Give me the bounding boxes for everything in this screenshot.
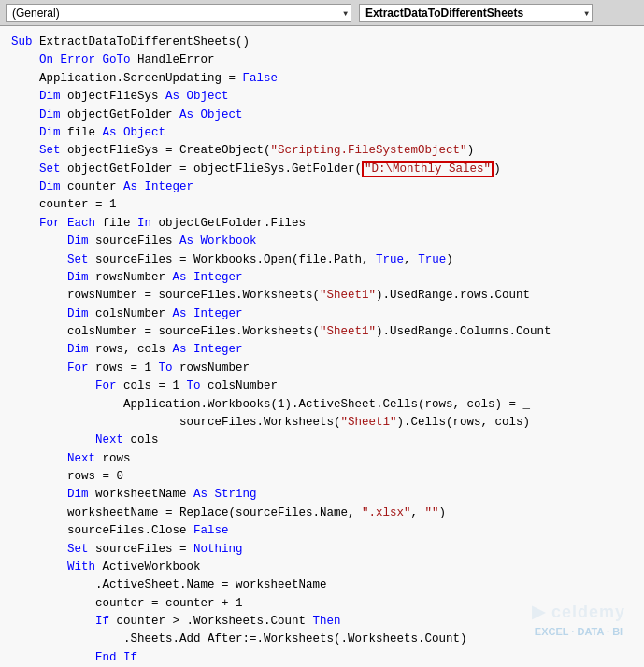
code-line: Dim sourceFiles As Workbook [11,234,257,248]
code-line: With ActiveWorkbook [11,561,201,574]
code-line: End If [11,651,137,664]
procedure-dropdown[interactable]: ExtractDataToDifferentSheets [359,4,593,22]
general-dropdown[interactable]: (General) [6,4,351,22]
code-line: Next rows [11,452,131,465]
code-line: For Each file In objectGetFolder.Files [11,217,306,230]
code-line: Set objectFlieSys = CreateObject("Script… [11,144,474,157]
general-dropdown-wrapper[interactable]: (General) [6,4,351,22]
code-line: Dim colsNumber As Integer [11,307,243,320]
code-editor[interactable]: Sub ExtractDataToDifferentSheets() On Er… [0,26,644,667]
procedure-dropdown-wrapper[interactable]: ExtractDataToDifferentSheets [359,4,593,22]
code-line: If counter > .Worksheets.Count Then [11,615,341,628]
code-line: .ActiveSheet.Name = worksheetName [11,578,327,591]
code-line: For rows = 1 To rowsNumber [11,362,250,375]
code-line: Dim counter As Integer [11,180,193,193]
watermark: ▶ celdemy EXCEL · DATA · BI [532,601,625,639]
code-line: On Error GoTo HandleError [11,53,215,66]
code-line: sourceFiles.Worksheets("Sheet1").Cells(r… [11,416,530,429]
code-line: Sub ExtractDataToDifferentSheets() [11,35,250,49]
code-line: Dim objectGetFolder As Object [11,108,243,121]
watermark-subtitle: EXCEL · DATA · BI [532,625,625,639]
code-line: Dim rows, cols As Integer [11,343,243,356]
code-line: Set sourceFiles = Workbooks.Open(file.Pa… [11,253,453,266]
code-line: Dim rowsNumber As Integer [11,271,243,284]
code-line: Dim objectFlieSys As Object [11,90,229,103]
code-line: For cols = 1 To colsNumber [11,379,278,392]
code-line: Dim file As Object [11,126,165,139]
highlighted-string: "D:\Monthly Sales" [362,161,494,177]
code-line: Dim worksheetName As String [11,488,257,501]
code-line: .Sheets.Add After:=.Worksheets(.Workshee… [11,632,467,646]
code-line: rows = 0 [11,470,123,483]
code-line: colsNumber = sourceFiles.Worksheets("She… [11,325,551,338]
top-bar: (General) ExtractDataToDifferentSheets [0,0,644,26]
code-line: Application.Workbooks(1).ActiveSheet.Cel… [11,398,530,411]
code-line: counter = 1 [11,198,117,211]
code-line: Set sourceFiles = Nothing [11,543,243,556]
code-line: worksheetName = Replace(sourceFiles.Name… [11,506,446,519]
code-line: Application.ScreenUpdating = False [11,72,278,85]
code-line: counter = counter + 1 [11,597,243,610]
watermark-logo: ▶ celdemy [532,601,625,624]
code-line: Next cols [11,433,159,447]
code-line-highlight: Set objectGetFolder = objectFlieSys.GetF… [11,161,501,177]
code-line: rowsNumber = sourceFiles.Worksheets("She… [11,289,530,302]
code-line: sourceFiles.Close False [11,524,229,537]
